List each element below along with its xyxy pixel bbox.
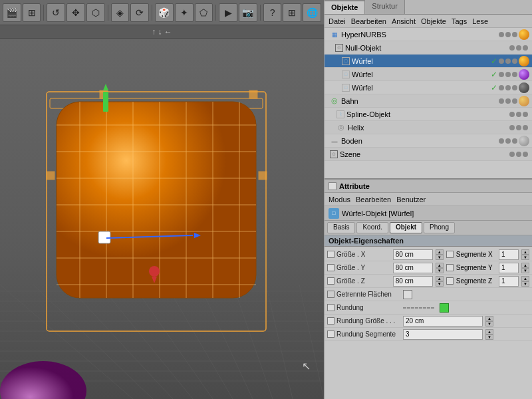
step-up-rg[interactable]: ▲ xyxy=(485,316,493,321)
step-down-sy[interactable]: ▼ xyxy=(521,268,529,273)
step-up-y[interactable]: ▲ xyxy=(436,263,444,268)
stepper-groesse-y[interactable]: ▲ ▼ xyxy=(436,263,444,273)
toolbar-deform-icon[interactable]: ⬠ xyxy=(195,3,213,22)
input-groesse-z[interactable] xyxy=(393,276,433,287)
stepper-groesse-z[interactable]: ▲ ▼ xyxy=(436,276,444,287)
input-groesse-x[interactable] xyxy=(393,249,433,260)
dot-23 xyxy=(516,125,521,130)
cb-groesse-y[interactable] xyxy=(327,264,334,271)
list-item[interactable]: ◎ Helix xyxy=(325,121,532,134)
dot-15 xyxy=(512,85,517,90)
list-item[interactable]: □ Würfel ✓ xyxy=(325,68,532,81)
list-item[interactable]: ⊙ Szene xyxy=(325,148,532,161)
cb-rundung-seg[interactable] xyxy=(327,331,334,338)
step-up-z[interactable]: ▲ xyxy=(436,276,444,281)
toolbar-film-icon[interactable]: 🎬 xyxy=(3,3,21,22)
cb-seg-x[interactable] xyxy=(446,251,454,258)
viewport-3d[interactable]: ↖ xyxy=(0,39,324,399)
cb-groesse-x[interactable] xyxy=(327,251,334,258)
toggle-getrennte[interactable] xyxy=(403,290,412,299)
toolbar-render-icon[interactable]: ▶ xyxy=(219,3,237,22)
attr-menu-benutzer[interactable]: Benutzer xyxy=(396,196,426,203)
toolbar-help-icon[interactable]: ? xyxy=(263,3,282,22)
attr-label-groesse-z: Größe . Z xyxy=(327,277,390,285)
menu-datei[interactable]: Datei xyxy=(329,17,346,25)
obj-list[interactable]: ▦ HyperNURBS ⊙ Null-Objekt xyxy=(325,28,532,161)
attr-row-rundung-groesse: Rundung Größe . . . ▲ ▼ xyxy=(325,315,532,328)
toolbar-extra1-icon[interactable]: ⊞ xyxy=(283,3,301,22)
cb-rundung[interactable] xyxy=(327,304,334,311)
toolbar-rotate-icon[interactable]: ↺ xyxy=(47,3,65,22)
stepper-seg-z[interactable]: ▲ ▼ xyxy=(521,276,529,287)
attr-header: Attribute xyxy=(325,180,532,193)
input-groesse-y[interactable] xyxy=(393,263,433,273)
toolbar-cube-icon[interactable]: 🎲 xyxy=(155,3,174,22)
step-up-x[interactable]: ▲ xyxy=(436,249,444,255)
list-item[interactable]: □ Würfel ✓ xyxy=(325,81,532,94)
step-up-sy[interactable]: ▲ xyxy=(521,263,529,268)
menu-tags[interactable]: Tags xyxy=(452,17,467,25)
input-seg-y[interactable] xyxy=(499,263,519,273)
toolbar-star-icon[interactable]: ✦ xyxy=(175,3,194,22)
list-item[interactable]: ⊙ Null-Objekt xyxy=(325,41,532,55)
step-down-sx[interactable]: ▼ xyxy=(521,255,529,260)
stepper-seg-y[interactable]: ▲ ▼ xyxy=(521,263,529,273)
obj-name-boden: Boden xyxy=(341,137,499,145)
menu-lese[interactable]: Lese xyxy=(472,17,488,25)
cb-groesse-z[interactable] xyxy=(327,277,334,285)
toolbar-cam-icon[interactable]: 📷 xyxy=(239,3,257,22)
input-seg-z[interactable] xyxy=(499,276,519,287)
cb-seg-z[interactable] xyxy=(446,277,454,285)
toolbar-scale-icon[interactable]: ⬡ xyxy=(86,3,105,22)
viewport[interactable]: 🎬 ⊞ ↺ ✥ ⬡ ◈ ⟳ 🎲 ✦ ⬠ ▶ 📷 ? ⊞ 🌐 ↑ ↓ ← xyxy=(0,0,324,399)
tab-objekte[interactable]: Objekte xyxy=(325,0,365,14)
stepper-rundung-groesse[interactable]: ▲ ▼ xyxy=(485,316,493,327)
tab-struktur[interactable]: Struktur xyxy=(365,0,405,14)
step-down-rs[interactable]: ▼ xyxy=(485,334,493,340)
cube-icon-2: □ xyxy=(342,70,350,78)
toolbar-obj-icon[interactable]: ◈ xyxy=(111,3,130,22)
step-up-rs[interactable]: ▲ xyxy=(485,329,493,334)
toolbar-move-icon[interactable]: ✥ xyxy=(66,3,85,22)
toolbar-grid-icon[interactable]: ⊞ xyxy=(23,3,41,22)
attribute-manager: Attribute Modus Bearbeiten Benutzer □ Wü… xyxy=(325,180,532,399)
tab-phong[interactable]: Phong xyxy=(424,222,455,233)
list-item[interactable]: ▬ Boden xyxy=(325,134,532,148)
list-item[interactable]: ⌇ Spline-Objekt xyxy=(325,108,532,121)
step-down-y[interactable]: ▼ xyxy=(436,268,444,273)
cb-rundung-groesse[interactable] xyxy=(327,317,334,325)
stepper-groesse-x[interactable]: ▲ ▼ xyxy=(436,249,444,260)
cb-seg-y[interactable] xyxy=(446,264,454,271)
step-down-sz[interactable]: ▼ xyxy=(521,281,529,287)
menu-bearbeiten[interactable]: Bearbeiten xyxy=(351,17,386,25)
toolbar-undo-icon[interactable]: ⟳ xyxy=(130,3,149,22)
input-seg-x[interactable] xyxy=(499,249,519,260)
tab-basis[interactable]: Basis xyxy=(327,222,355,233)
step-up-sx[interactable]: ▲ xyxy=(521,249,529,255)
step-down-x[interactable]: ▼ xyxy=(436,255,444,260)
dot-5 xyxy=(516,45,521,51)
list-item[interactable]: □ Würfel ✓ xyxy=(325,55,532,68)
stepper-seg-x[interactable]: ▲ ▼ xyxy=(521,249,529,260)
step-up-sz[interactable]: ▲ xyxy=(521,276,529,281)
attr-row-groesse-x: Größe . X ▲ ▼ Segmente X ▲ ▼ xyxy=(325,248,532,261)
list-item[interactable]: ▦ HyperNURBS xyxy=(325,28,532,41)
toolbar-globe-icon[interactable]: 🌐 xyxy=(303,3,321,22)
attr-menu-modus[interactable]: Modus xyxy=(329,196,350,203)
menu-objekte[interactable]: Objekte xyxy=(421,17,446,25)
attr-checkbox-main[interactable] xyxy=(329,182,336,190)
step-down-rg[interactable]: ▼ xyxy=(485,321,493,327)
toolbar-sep-3 xyxy=(152,5,152,21)
tab-koord[interactable]: Koord. xyxy=(356,222,388,233)
tab-objekt[interactable]: Objekt xyxy=(390,222,422,233)
step-down-z[interactable]: ▼ xyxy=(436,281,444,287)
menu-ansicht[interactable]: Ansicht xyxy=(392,17,416,25)
attr-menu-bearbeiten[interactable]: Bearbeiten xyxy=(356,196,391,203)
input-rundung-seg[interactable] xyxy=(403,329,483,340)
cb-getrennte[interactable] xyxy=(327,291,334,298)
rundung-check[interactable] xyxy=(440,303,449,313)
input-rundung-groesse[interactable] xyxy=(403,316,483,327)
stepper-rundung-seg[interactable]: ▲ ▼ xyxy=(485,329,493,340)
attr-section-title: Objekt-Eigenschaften xyxy=(325,235,532,247)
list-item[interactable]: ◎ Bahn xyxy=(325,94,532,108)
